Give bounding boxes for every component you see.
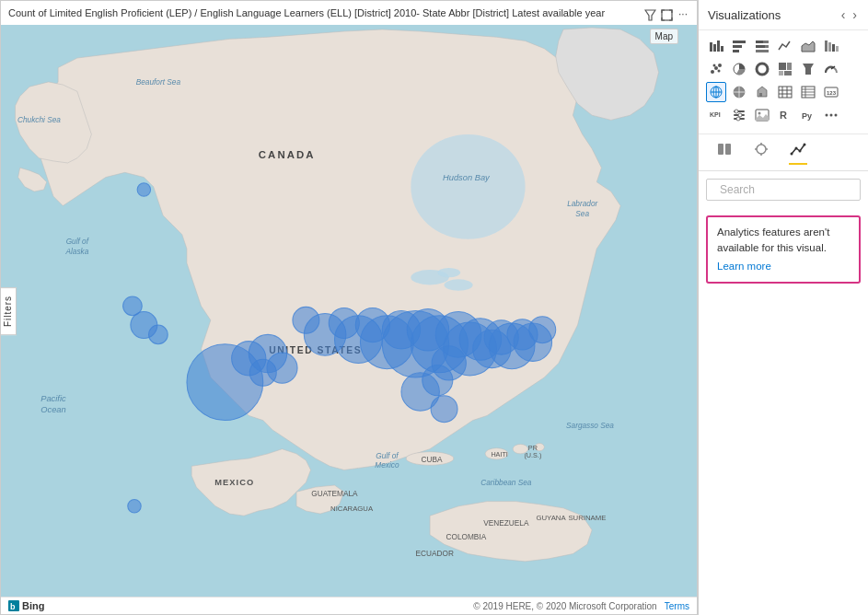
map-type-badge: Map	[650, 29, 678, 44]
viz-icon-gauge[interactable]	[821, 59, 841, 79]
svg-text:Sea: Sea	[575, 210, 589, 218]
svg-text:NICARAGUA: NICARAGUA	[330, 505, 374, 513]
svg-text:CANADA: CANADA	[259, 149, 316, 160]
viz-icon-shape-map[interactable]	[752, 82, 772, 102]
svg-text:Pacific: Pacific	[41, 394, 66, 403]
viz-icon-scatter[interactable]	[706, 59, 726, 79]
svg-rect-73	[710, 42, 712, 52]
svg-point-10	[437, 268, 460, 277]
svg-text:Chukchi Sea: Chukchi Sea	[17, 116, 61, 124]
viz-icon-stacked-bar[interactable]	[706, 36, 726, 56]
viz-icon-column[interactable]	[729, 36, 749, 56]
svg-text:KPI: KPI	[710, 111, 721, 118]
viz-icon-treemap[interactable]	[775, 59, 795, 79]
svg-point-147	[791, 153, 793, 156]
tab-format[interactable]	[743, 134, 780, 170]
svg-point-47	[267, 353, 297, 383]
terms-link[interactable]: Terms	[665, 601, 689, 611]
svg-text:CUBA: CUBA	[422, 456, 443, 464]
svg-point-134	[826, 114, 828, 117]
svg-rect-101	[784, 71, 792, 75]
panel-next-arrow[interactable]: ›	[851, 7, 859, 22]
svg-marker-102	[803, 64, 814, 75]
viz-icon-funnel[interactable]	[798, 59, 818, 79]
viz-icon-r[interactable]: R	[775, 105, 795, 125]
svg-marker-85	[802, 41, 815, 52]
svg-text:COLOMBIA: COLOMBIA	[446, 533, 487, 541]
map-container: Filters	[1, 25, 697, 597]
svg-point-135	[830, 114, 833, 117]
viz-icon-table[interactable]	[775, 82, 795, 102]
analytics-tab-icon	[789, 140, 807, 165]
svg-text:Labrador: Labrador	[567, 200, 598, 208]
svg-rect-98	[779, 63, 786, 70]
svg-text:123: 123	[827, 90, 837, 96]
viz-icon-more[interactable]	[821, 105, 841, 125]
search-input[interactable]	[720, 183, 858, 196]
search-box[interactable]	[706, 179, 861, 201]
svg-rect-138	[725, 144, 731, 155]
filter-icon[interactable]	[643, 8, 656, 21]
svg-point-131	[758, 112, 761, 115]
panel-prev-arrow[interactable]: ‹	[839, 7, 848, 22]
focus-mode-icon[interactable]	[660, 8, 673, 21]
main-area: Count of Limited English Proficient (LEP…	[0, 0, 698, 615]
viz-icon-ribbon[interactable]	[821, 36, 841, 56]
viz-icon-map[interactable]	[706, 82, 726, 102]
svg-point-67	[529, 317, 556, 343]
viz-icon-kpi[interactable]: KPI	[706, 105, 726, 125]
svg-point-39	[128, 500, 141, 513]
svg-rect-84	[756, 45, 765, 48]
chart-title-bar: Count of Limited English Proficient (LEP…	[1, 1, 697, 25]
svg-text:ECUADOR: ECUADOR	[416, 550, 454, 558]
viz-icon-python[interactable]: Py	[798, 105, 818, 125]
svg-text:Gulf of: Gulf of	[66, 238, 90, 246]
viz-icon-image[interactable]	[752, 105, 772, 125]
bing-logo: b Bing	[8, 600, 44, 611]
viz-icon-card[interactable]: 123	[821, 82, 841, 102]
filters-tab[interactable]: Filters	[1, 286, 17, 334]
panel-header: Visualizations ‹ ›	[699, 0, 868, 30]
viz-icon-matrix[interactable]	[798, 82, 818, 102]
viz-icon-donut[interactable]	[752, 59, 772, 79]
viz-icons-row-4: KPI R Py	[706, 105, 861, 125]
svg-text:GUATEMALA: GUATEMALA	[311, 490, 358, 498]
viz-icon-filled-map[interactable]	[729, 82, 749, 102]
more-options-icon[interactable]: ···	[677, 8, 689, 21]
svg-rect-99	[787, 63, 792, 70]
svg-marker-0	[645, 10, 655, 20]
svg-text:Hudson Bay: Hudson Bay	[443, 173, 491, 182]
svg-point-93	[713, 64, 716, 67]
viz-icon-line[interactable]	[775, 36, 795, 56]
svg-point-38	[137, 183, 150, 196]
svg-text:MEXICO: MEXICO	[214, 478, 254, 487]
viz-icon-100pct-bar[interactable]	[752, 36, 772, 56]
svg-point-139	[757, 145, 766, 154]
tab-fields[interactable]	[706, 134, 743, 170]
svg-point-97	[759, 66, 765, 72]
right-panel: Visualizations ‹ ›	[698, 0, 868, 615]
svg-rect-137	[718, 144, 723, 155]
viz-icon-pie[interactable]	[729, 59, 749, 79]
svg-rect-74	[713, 44, 716, 52]
svg-point-150	[804, 144, 806, 146]
fields-tab-icon	[715, 140, 734, 163]
viz-icons-row-1	[706, 36, 861, 56]
svg-point-94	[718, 70, 721, 73]
bing-icon: b	[8, 600, 19, 611]
svg-text:Gulf of: Gulf of	[376, 452, 399, 460]
learn-more-link[interactable]: Learn more	[717, 259, 850, 274]
svg-rect-111	[779, 87, 792, 98]
svg-rect-79	[733, 50, 739, 52]
chart-title-icons: ···	[643, 8, 689, 21]
svg-rect-86	[825, 41, 827, 52]
svg-point-127	[735, 110, 738, 113]
tab-analytics[interactable]	[780, 134, 816, 170]
viz-icons-section: 123 KPI R Py	[699, 30, 868, 134]
svg-text:Alaska: Alaska	[64, 248, 88, 256]
analytics-message-text: Analytics features aren't available for …	[717, 226, 829, 253]
viz-icon-area[interactable]	[798, 36, 818, 56]
svg-point-70	[431, 396, 457, 423]
svg-point-128	[738, 113, 742, 117]
viz-icon-slicer[interactable]	[729, 105, 749, 125]
